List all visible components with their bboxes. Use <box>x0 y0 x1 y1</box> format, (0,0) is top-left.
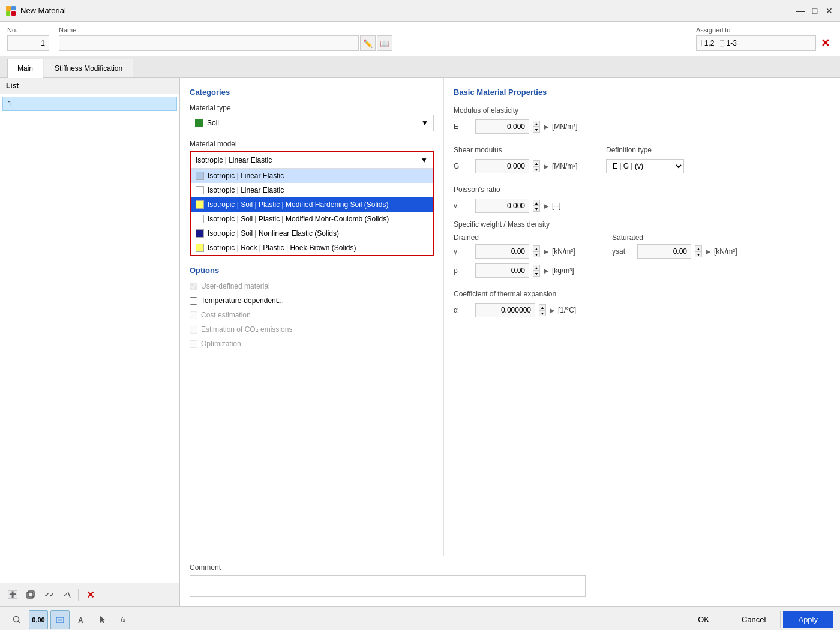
no-input[interactable] <box>7 35 49 51</box>
book-icon-button[interactable]: 📖 <box>377 35 392 51</box>
name-input[interactable] <box>59 35 359 51</box>
formula-tool-button[interactable]: fx <box>115 610 134 629</box>
gamma-sat-spin-up[interactable]: ▲ <box>695 245 702 251</box>
g-arrow[interactable]: ▶ <box>544 163 548 170</box>
properties-panel: Basic Material Properties Modulus of ela… <box>444 78 840 556</box>
poisson-title: Poisson's ratio <box>454 185 830 194</box>
gamma-sat-arrow[interactable]: ▶ <box>706 248 710 256</box>
g-spinners: ▲ ▼ <box>533 160 540 172</box>
g-label: G <box>454 162 472 170</box>
gamma-input[interactable] <box>475 244 529 259</box>
optimization-checkbox <box>190 340 197 348</box>
gamma-sat-unit: [kN/m³] <box>714 247 750 256</box>
minimize-button[interactable]: — <box>794 5 806 17</box>
list-item[interactable]: 1 <box>2 97 177 111</box>
co2-label: Estimation of CO₂ emissions <box>201 325 292 334</box>
cancel-button[interactable]: Cancel <box>727 611 781 628</box>
checkbox-temp-dependent[interactable]: Temperature-dependent... <box>190 296 434 305</box>
temp-dependent-checkbox[interactable] <box>190 297 197 305</box>
app-icon <box>5 5 17 17</box>
comment-label: Comment <box>190 563 830 572</box>
saturated-label: Saturated <box>612 233 750 242</box>
bottom-toolbar: 0,00 A fx OK Cancel Apply <box>0 606 840 630</box>
svg-text:A: A <box>78 616 83 625</box>
co2-checkbox <box>190 326 197 334</box>
thermal-title: Coefficient of thermal expansion <box>454 290 830 298</box>
gamma-sat-input[interactable] <box>637 244 691 259</box>
gamma-row: γ ▲ ▼ ▶ [kN/m³] <box>454 244 588 259</box>
v-input[interactable] <box>475 199 529 213</box>
e-spin-up[interactable]: ▲ <box>533 121 540 127</box>
poisson-row: v ▲ ▼ ▶ [--] <box>454 199 830 213</box>
dropdown-item-6[interactable]: Isotropic | Rock | Plastic | Hoek-Brown … <box>191 241 433 255</box>
e-arrow[interactable]: ▶ <box>544 123 548 131</box>
duplicate-button[interactable] <box>23 587 38 602</box>
gamma-spin-down[interactable]: ▼ <box>533 251 540 257</box>
e-input[interactable] <box>475 119 529 134</box>
svg-rect-14 <box>58 619 62 621</box>
v-spin-up[interactable]: ▲ <box>533 200 540 206</box>
tab-stiffness[interactable]: Stiffness Modification <box>44 59 133 77</box>
rho-arrow[interactable]: ▶ <box>544 267 548 275</box>
dropdown-selected-value: Isotropic | Linear Elastic <box>196 156 272 164</box>
gamma-arrow[interactable]: ▶ <box>544 248 548 256</box>
tab-main[interactable]: Main <box>7 59 43 78</box>
drained-section: Drained γ ▲ ▼ ▶ [kN/m³] <box>454 233 588 283</box>
assigned-input[interactable] <box>696 35 816 51</box>
delete-button[interactable]: ✕ <box>82 587 98 602</box>
alpha-arrow[interactable]: ▶ <box>550 307 554 314</box>
cost-checkbox <box>190 311 197 319</box>
svg-rect-1 <box>11 6 16 10</box>
text-tool-button[interactable]: A <box>72 610 91 629</box>
poisson-section: Poisson's ratio v ▲ ▼ ▶ [--] <box>454 185 830 213</box>
window-controls: — □ ✕ <box>794 5 835 17</box>
alpha-spin-up[interactable]: ▲ <box>539 304 546 310</box>
e-spin-down[interactable]: ▼ <box>533 127 540 133</box>
g-spin-down[interactable]: ▼ <box>533 166 540 172</box>
dropdown-item-4[interactable]: Isotropic | Soil | Plastic | Modified Mo… <box>191 212 433 226</box>
alpha-spin-down[interactable]: ▼ <box>539 310 546 316</box>
maximize-button[interactable]: □ <box>809 5 821 17</box>
dropdown-item-1[interactable]: Isotropic | Linear Elastic <box>191 169 433 183</box>
search-tool-button[interactable] <box>7 610 26 629</box>
g-spin-up[interactable]: ▲ <box>533 160 540 166</box>
uncheck-button[interactable]: ✓ <box>59 587 74 602</box>
specific-weight-section: Specific weight / Mass density Drained γ… <box>454 220 830 283</box>
v-arrow[interactable]: ▶ <box>544 202 548 210</box>
gamma-spin-up[interactable]: ▲ <box>533 245 540 251</box>
modulus-row: E ▲ ▼ ▶ [MN/m²] <box>454 119 830 134</box>
user-defined-checkbox <box>190 283 197 290</box>
cost-label: Cost estimation <box>201 311 251 319</box>
dropdown-header[interactable]: Isotropic | Linear Elastic ▼ <box>191 152 433 169</box>
checkbox-co2: Estimation of CO₂ emissions <box>190 325 434 334</box>
dropdown-item-3[interactable]: Isotropic | Soil | Plastic | Modified Ha… <box>191 197 433 212</box>
number-format-button[interactable]: 0,00 <box>29 610 48 629</box>
alpha-input[interactable] <box>475 303 535 317</box>
check-all-button[interactable]: ✔✔ <box>41 587 56 602</box>
assigned-clear-button[interactable]: ✕ <box>817 35 833 51</box>
comment-input[interactable] <box>190 575 586 597</box>
cursor-tool-button[interactable] <box>94 610 113 629</box>
drained-label: Drained <box>454 233 588 242</box>
material-type-select[interactable]: Soil ▼ <box>190 115 434 131</box>
saturated-section: Saturated γsat ▲ ▼ ▶ [kN/m³] <box>612 233 750 263</box>
dropdown-item-5[interactable]: Isotropic | Soil | Nonlinear Elastic (So… <box>191 226 433 241</box>
ok-button[interactable]: OK <box>683 611 724 628</box>
rho-input[interactable] <box>475 263 529 278</box>
edit-icon-button[interactable]: ✏️ <box>360 35 376 51</box>
close-button[interactable]: ✕ <box>823 5 835 17</box>
dropdown-item-2[interactable]: Isotropic | Linear Elastic <box>191 183 433 197</box>
gamma-sat-spin-down[interactable]: ▼ <box>695 251 702 257</box>
gamma-label: γ <box>454 247 472 256</box>
v-spin-down[interactable]: ▼ <box>533 206 540 212</box>
def-type-select[interactable]: E | G | (v) <box>606 159 684 173</box>
rho-label: ρ <box>454 266 472 275</box>
rho-unit: [kg/m³] <box>552 266 588 275</box>
g-input[interactable] <box>475 159 529 173</box>
rho-spin-down[interactable]: ▼ <box>533 271 540 277</box>
box-tool-button[interactable] <box>50 610 70 629</box>
checkbox-cost: Cost estimation <box>190 311 434 319</box>
rho-spin-up[interactable]: ▲ <box>533 265 540 271</box>
apply-button[interactable]: Apply <box>783 611 833 628</box>
add-item-button[interactable]: ➕ <box>5 587 20 602</box>
